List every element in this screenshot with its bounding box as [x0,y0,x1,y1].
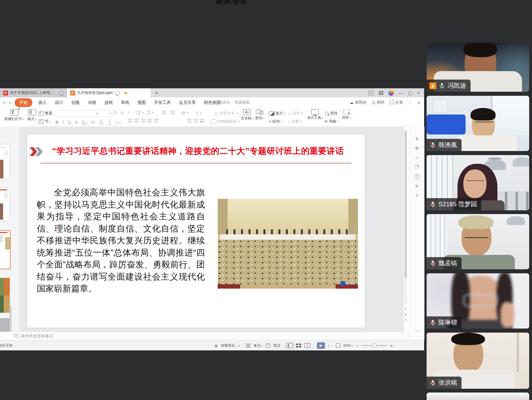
new-tab-button[interactable]: + [151,88,162,97]
replace-button[interactable]: Aᴮ 替换 [324,119,339,124]
font-family-combo[interactable]: ▾ [54,110,99,117]
canvas-scrollbar-thumb[interactable] [404,131,407,278]
reading-view-button[interactable] [304,343,310,348]
new-slide-button[interactable]: 新建幻灯片 [4,109,24,121]
popout-pane-icon[interactable]: ❐ [409,164,424,169]
participant-tile[interactable]: 魏孟镐 [427,214,529,269]
conference-photo[interactable]: 新华社 [218,199,358,289]
menu-home[interactable]: 开始 [15,98,32,107]
account-avatar[interactable] [388,90,394,96]
find-button[interactable]: 查找 [325,111,337,116]
star-icon[interactable]: ☆ [409,155,424,160]
comments-button[interactable]: 批注 [273,343,280,348]
slide-thumbnail-3-selected[interactable] [0,230,11,269]
shapes-button[interactable]: 形状 [255,109,264,120]
tab-pdf-document[interactable]: P 关于开展好2022...] 46号）.pdf [0,88,67,97]
quick-access-toolbar[interactable]: ↺ ∨ [0,100,15,105]
play-options-caret[interactable]: ▾ [328,344,329,347]
minimize-button[interactable]: — [399,91,403,95]
font-color-button[interactable]: A [82,120,87,125]
eraser-format-button[interactable]: ◇ [115,120,120,125]
command-search[interactable]: 查找命令、搜索模板 [210,100,250,105]
collaborate-button[interactable]: 协作 [372,100,384,105]
slide-canvas[interactable]: “学习习近平总书记重要讲话精神，迎接党的二十大”专题研讨班上的重要讲话 全党必须… [19,126,404,332]
bullet-list-button[interactable] [136,111,143,114]
undo-icon[interactable]: ↺ [2,100,6,105]
reset-button[interactable]: 重置 [39,111,52,116]
picture-button[interactable]: 图片 [269,111,286,116]
slide-thumbnail-4[interactable] [0,278,10,313]
layout-button[interactable]: 版式 [27,109,36,121]
apps-grid-icon[interactable] [379,91,383,95]
zoom-slider-knob[interactable] [372,343,377,348]
decrease-indent-button[interactable] [162,111,167,114]
arrange-button[interactable]: ≡ 排列 [269,119,282,124]
more-tools-icon[interactable]: ⋯ [409,329,424,334]
character-spacing-button[interactable]: A̲B̲ [181,111,188,115]
increase-indent-button[interactable] [171,111,175,114]
italic-button[interactable]: I [62,120,64,125]
align-center-icon[interactable] [134,119,139,122]
select-button[interactable]: 选择 [342,109,351,120]
smart-graphic-button[interactable]: 转智能图形 [211,119,239,124]
zoom-in-button[interactable]: + [390,343,393,348]
menu-insert[interactable]: 插入 [34,100,51,105]
sync-status[interactable]: ☁ 未同步 [350,100,366,105]
participant-tile[interactable]: 冯凯迪 [427,43,529,92]
signature-pen-icon[interactable]: ✎ [409,184,424,189]
fit-window-icon[interactable] [336,343,340,348]
slide-thumbnail-2[interactable] [0,188,10,221]
zoom-slider[interactable] [361,345,387,346]
menu-view[interactable]: 视图 [133,100,150,105]
participant-tile[interactable]: 张洪铭 [427,333,529,389]
notes-bar[interactable]: 单击此处添加备注 [0,332,409,340]
subscript-button[interactable]: X₂ [99,120,104,125]
menu-animation[interactable]: 动画 [84,100,100,105]
notes-toggle-button[interactable]: 备注 [254,343,263,348]
thumbnail-scrollbar[interactable] [10,306,12,332]
maximize-button[interactable]: ▢ [408,91,412,95]
menu-slideshow[interactable]: 放映 [100,100,117,105]
overflow-menu-icon[interactable]: ⋮ [408,100,412,105]
present-tools-button[interactable]: 演示工具 [307,109,323,120]
slide-sorter-view-button[interactable] [296,344,301,348]
help-icon[interactable]: ? [409,174,424,179]
slide-jump-button[interactable]: ⇕ [403,312,408,316]
slide-thumbnail-5[interactable] [0,318,10,332]
numbered-list-button[interactable] [146,111,153,114]
justify-icon[interactable] [148,119,152,122]
outline-button[interactable]: □ 轮廓 [288,119,302,124]
flash-tools-icon[interactable]: ⚡ [409,193,424,198]
normal-view-button[interactable] [287,343,293,348]
zoom-out-button[interactable]: − [356,343,359,348]
beautify-button[interactable]: 智能美化 [221,343,235,348]
slide-body-text[interactable]: 全党必须高举中国特色社会主义伟大旗帜，坚持以马克思主义中国化时代化最新成果为指导… [37,187,205,295]
slide-page[interactable]: “学习习近平总书记重要讲话精神，迎接党的二十大”专题研讨班上的重要讲话 全党必须… [27,134,365,328]
superscript-button[interactable]: X² [91,120,95,125]
participant-tile[interactable]: 韩渔胤 [427,96,529,151]
paragraph-spacing-icon[interactable] [194,119,198,122]
close-button[interactable]: × [417,91,420,95]
font-size-combo[interactable]: ▾ [98,110,113,117]
phonetic-guide-button[interactable]: wén文 [108,119,111,126]
share-button[interactable]: 分享 [390,100,403,105]
menu-devtools[interactable]: 开发工具 [150,100,175,105]
slide-title[interactable]: “学习习近平总书记重要讲话精神，迎接党的二十大”专题研讨班上的重要讲话 [42,145,354,157]
bold-button[interactable]: B [56,120,58,125]
merge-windows-icon[interactable]: 2 [368,91,374,95]
chevron-down-icon[interactable]: ∨ [9,100,12,105]
participant-tile[interactable]: 陈琳锴 [427,273,529,329]
missing-font-warning[interactable]: 缺失字体 [0,343,12,348]
align-left-icon[interactable] [128,119,132,122]
text-box-button[interactable]: A≡ 文本框 [241,109,254,121]
fill-button[interactable]: ◇ 填充 [288,111,302,116]
previous-slide-button[interactable]: ∧ [403,307,408,310]
menu-design[interactable]: 设计 [51,100,67,105]
spacing-options-icon[interactable] [200,119,205,122]
text-direction-button[interactable]: ↓A [195,111,201,115]
canvas-scrollbar[interactable] [404,129,407,304]
menu-member[interactable]: 会员专享 [175,100,200,105]
distribute-icon[interactable] [154,119,158,122]
menu-transition[interactable]: 切换 [67,100,84,105]
line-spacing-icon[interactable] [187,119,191,122]
